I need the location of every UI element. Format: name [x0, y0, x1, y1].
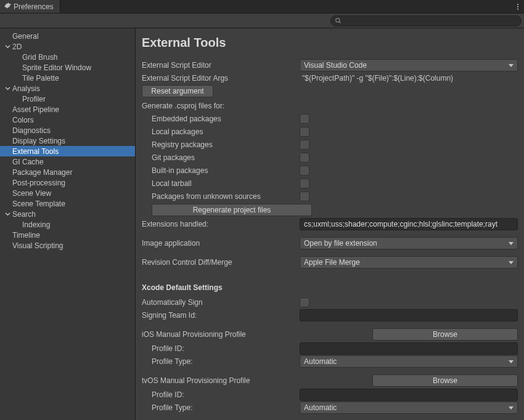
revision-control-label: Revision Control Diff/Merge [142, 258, 300, 267]
sidebar-item-indexing[interactable]: Indexing [0, 219, 135, 230]
dropdown-value: Apple File Merge [304, 258, 360, 267]
sidebar-item-analysis[interactable]: Analysis [0, 83, 135, 94]
sidebar-item-display-settings[interactable]: Display Settings [0, 135, 135, 146]
sidebar-item-label: Grid Brush [22, 53, 57, 62]
chevron-down-icon[interactable] [4, 211, 11, 218]
tab-bar: Preferences [0, 0, 524, 14]
dropdown-value: Visual Studio Code [304, 61, 367, 70]
csproj-option-label: Embedded packages [142, 115, 300, 123]
auto-sign-checkbox[interactable] [300, 297, 309, 307]
tvos-browse-button[interactable]: Browse [372, 374, 518, 387]
sidebar-item-label: Scene View [12, 189, 51, 198]
image-application-dropdown[interactable]: Open by file extension [300, 237, 518, 249]
dropdown-value: Automatic [304, 403, 337, 412]
tab-context-menu[interactable] [512, 0, 524, 13]
sidebar-item-label: Package Manager [12, 168, 72, 177]
sidebar-item-gi-cache[interactable]: GI Cache [0, 156, 135, 167]
search-icon [335, 17, 342, 24]
sidebar-item-label: Post-processing [12, 179, 65, 187]
xcode-section-heading: Xcode Default Settings [142, 283, 518, 292]
sidebar-item-profiler[interactable]: Profiler [0, 94, 135, 104]
tvos-provisioning-heading: tvOS Manual Provisioning Profile [142, 376, 370, 385]
csproj-option-checkbox[interactable] [300, 114, 309, 124]
svg-point-3 [336, 18, 340, 22]
sidebar-item-label: Visual Scripting [12, 241, 63, 250]
sidebar-item-label: External Tools [12, 147, 59, 156]
chevron-down-icon[interactable] [4, 85, 11, 92]
ios-profile-type-dropdown[interactable]: Automatic [300, 355, 518, 368]
svg-point-2 [517, 8, 518, 9]
svg-line-4 [339, 22, 340, 23]
csproj-option-checkbox[interactable] [300, 140, 309, 150]
sidebar-item-asset-pipeline[interactable]: Asset Pipeline [0, 104, 135, 115]
search-field[interactable] [330, 15, 522, 26]
sidebar-item-label: Timeline [12, 231, 40, 240]
csproj-option-label: Packages from unknown sources [142, 192, 300, 201]
gear-icon [4, 2, 11, 11]
reset-argument-button[interactable]: Reset argument [142, 85, 213, 97]
chevron-down-icon[interactable] [4, 43, 11, 50]
tab-label: Preferences [14, 2, 54, 11]
sidebar-item-label: Scene Template [12, 200, 65, 208]
sidebar-item-scene-template[interactable]: Scene Template [0, 198, 135, 209]
sidebar-item-label: Profiler [22, 95, 46, 103]
auto-sign-label: Automatically Sign [142, 298, 300, 307]
sidebar-item-external-tools[interactable]: External Tools [0, 146, 135, 156]
sidebar-item-label: Colors [12, 116, 34, 124]
tab-preferences[interactable]: Preferences [0, 0, 60, 13]
signing-team-label: Signing Team Id: [142, 311, 300, 320]
sidebar-item-grid-brush[interactable]: Grid Brush [0, 52, 135, 62]
csproj-option-label: Registry packages [142, 140, 300, 149]
csproj-option-checkbox[interactable] [300, 166, 309, 176]
generate-csproj-heading: Generate .csproj files for: [142, 102, 300, 110]
external-script-editor-args-value: "$(ProjectPath)" -g "$(File)":$(Line):$(… [300, 74, 453, 83]
tvos-profile-type-label: Profile Type: [142, 403, 300, 412]
external-script-editor-args-label: External Script Editor Args [142, 74, 300, 83]
revision-control-dropdown[interactable]: Apple File Merge [300, 256, 518, 269]
toolbar [0, 14, 524, 28]
extensions-handled-label: Extensions handled: [142, 220, 300, 228]
csproj-option-label: Local packages [142, 127, 300, 136]
sidebar-item-colors[interactable]: Colors [0, 115, 135, 125]
csproj-option-checkbox[interactable] [300, 179, 309, 188]
svg-point-1 [517, 6, 518, 7]
external-script-editor-dropdown[interactable]: Visual Studio Code [300, 59, 518, 71]
search-input[interactable] [344, 17, 517, 25]
sidebar-item-timeline[interactable]: Timeline [0, 230, 135, 240]
csproj-option-checkbox[interactable] [300, 153, 309, 163]
sidebar-item-search[interactable]: Search [0, 209, 135, 219]
sidebar-item-visual-scripting[interactable]: Visual Scripting [0, 240, 135, 251]
sidebar-item-sprite-editor-window[interactable]: Sprite Editor Window [0, 62, 135, 73]
regenerate-project-files-button[interactable]: Regenerate project files [152, 204, 312, 216]
sidebar-item-scene-view[interactable]: Scene View [0, 188, 135, 198]
sidebar-item-diagnostics[interactable]: Diagnostics [0, 125, 135, 135]
external-script-editor-label: External Script Editor [142, 61, 300, 70]
sidebar-item-label: Tile Palette [22, 74, 59, 83]
sidebar-item-general[interactable]: General [0, 31, 135, 41]
csproj-option-checkbox[interactable] [300, 192, 309, 201]
ios-profile-id-input[interactable] [300, 342, 518, 355]
sidebar: General2DGrid BrushSprite Editor WindowT… [0, 28, 136, 420]
sidebar-item-label: Analysis [12, 84, 40, 93]
sidebar-item-tile-palette[interactable]: Tile Palette [0, 73, 135, 83]
tvos-profile-type-dropdown[interactable]: Automatic [300, 402, 518, 414]
sidebar-item-package-manager[interactable]: Package Manager [0, 167, 135, 177]
sidebar-item-label: Display Settings [12, 137, 65, 145]
dropdown-value: Open by file extension [304, 239, 377, 248]
sidebar-item-label: GI Cache [12, 158, 44, 166]
sidebar-item-label: Indexing [22, 220, 50, 229]
signing-team-input[interactable] [300, 309, 518, 321]
tvos-profile-id-label: Profile ID: [142, 390, 300, 399]
tvos-profile-id-input[interactable] [300, 389, 518, 401]
extensions-handled-input[interactable] [300, 218, 518, 230]
sidebar-item-post-processing[interactable]: Post-processing [0, 177, 135, 188]
csproj-option-checkbox[interactable] [300, 127, 309, 137]
ios-profile-type-label: Profile Type: [142, 357, 300, 366]
ios-browse-button[interactable]: Browse [372, 328, 518, 341]
sidebar-item-label: Diagnostics [12, 126, 51, 135]
sidebar-item-label: General [12, 32, 39, 41]
sidebar-item-2d[interactable]: 2D [0, 41, 135, 52]
ios-provisioning-heading: iOS Manual Provisioning Profile [142, 330, 370, 339]
dropdown-value: Automatic [304, 357, 337, 366]
sidebar-item-label: 2D [12, 42, 22, 51]
